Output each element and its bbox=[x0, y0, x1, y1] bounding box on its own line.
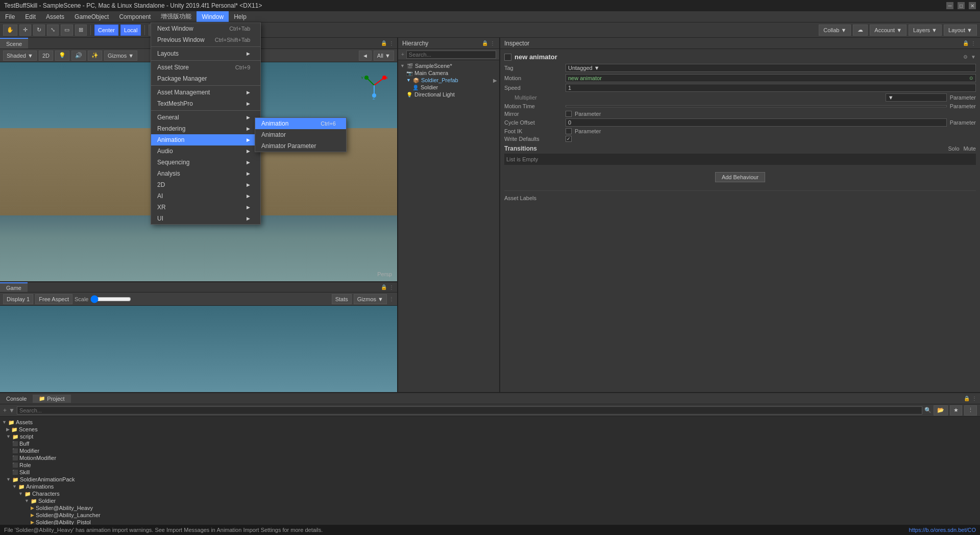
motion-value[interactable]: new animator ⊙ bbox=[566, 74, 976, 82]
scene-effects-button[interactable]: ✨ bbox=[88, 51, 102, 61]
menu-asset-management[interactable]: Asset Management ▶ bbox=[151, 87, 260, 98]
scene-navigate-left[interactable]: ◄ bbox=[359, 51, 372, 61]
scene-lock-icon[interactable]: 🔒 bbox=[381, 40, 387, 46]
maximize-button[interactable]: □ bbox=[958, 2, 965, 9]
add-asset-button[interactable]: + bbox=[3, 407, 7, 414]
mirror-checkbox[interactable] bbox=[566, 111, 572, 117]
inspector-lock-icon[interactable]: 🔒 bbox=[963, 40, 969, 46]
menu-ai[interactable]: AI ▶ bbox=[151, 190, 260, 202]
multiplier-dropdown[interactable]: ▼ bbox=[886, 93, 947, 102]
foot-ik-checkbox[interactable] bbox=[566, 128, 572, 134]
menu-enhanced[interactable]: 增强版功能 bbox=[156, 11, 197, 22]
modifier-script[interactable]: ⬛ Modifier bbox=[0, 447, 980, 454]
hierarchy-scene-root[interactable]: ▼ 🎬 SampleScene* bbox=[398, 62, 499, 69]
close-button[interactable]: ✕ bbox=[969, 2, 976, 9]
game-resize-icon[interactable]: ⋮ bbox=[389, 296, 394, 302]
menu-general[interactable]: General ▶ bbox=[151, 112, 260, 123]
motionmodifier-script[interactable]: ⬛ MotionModifier bbox=[0, 454, 980, 461]
inspector-options-icon[interactable]: ⚙ bbox=[963, 54, 968, 60]
show-in-explorer-button[interactable]: 📂 bbox=[934, 405, 948, 416]
game-tab[interactable]: Game bbox=[0, 282, 28, 292]
stats-button[interactable]: Stats bbox=[332, 294, 352, 304]
minimize-button[interactable]: ─ bbox=[946, 2, 953, 9]
bottom-menu-icon[interactable]: ⋮ bbox=[972, 396, 977, 401]
hierarchy-search-input[interactable] bbox=[406, 51, 496, 59]
layout-button[interactable]: Layout ▼ bbox=[944, 25, 977, 36]
menu-file[interactable]: File bbox=[0, 11, 20, 22]
aspect-dropdown[interactable]: Free Aspect bbox=[35, 294, 72, 304]
write-defaults-checkbox[interactable] bbox=[566, 136, 572, 142]
menu-component[interactable]: Component bbox=[114, 11, 156, 22]
pivot-mode-button[interactable]: Center bbox=[94, 25, 118, 36]
add-asset-dropdown[interactable]: ▼ bbox=[9, 407, 15, 414]
menu-xr[interactable]: XR ▶ bbox=[151, 202, 260, 213]
inspector-menu-icon[interactable]: ⋮ bbox=[971, 40, 976, 46]
collab-button[interactable]: Collab ▼ bbox=[819, 25, 851, 36]
menu-ui[interactable]: UI ▶ bbox=[151, 213, 260, 224]
cloud-button[interactable]: ☁ bbox=[853, 25, 868, 36]
soldieranimationpack-folder[interactable]: ▼ 📁 SoldierAnimationPack bbox=[0, 476, 980, 483]
submenu-animator-parameter[interactable]: Animator Parameter bbox=[255, 140, 346, 152]
menu-gameobject[interactable]: GameObject bbox=[69, 11, 114, 22]
layers-button[interactable]: Layers ▼ bbox=[909, 25, 942, 36]
hierarchy-item-soldier-prefab[interactable]: ▼ 📦 Soldier_Prefab ▶ bbox=[398, 77, 499, 84]
soldier-ability-launcher[interactable]: ▶ Soldier@Ability_Launcher bbox=[0, 512, 980, 519]
shading-dropdown[interactable]: Shaded ▼ bbox=[3, 51, 37, 61]
scene-sound-button[interactable]: 🔊 bbox=[71, 51, 86, 61]
project-tab[interactable]: 📁 Project bbox=[33, 395, 70, 403]
menu-analysis[interactable]: Analysis ▶ bbox=[151, 168, 260, 179]
animations-folder[interactable]: ▼ 📁 Animations bbox=[0, 483, 980, 490]
2d-mode-button[interactable]: 2D bbox=[39, 51, 53, 61]
soldier-anim-folder[interactable]: ▼ 📁 Soldier bbox=[0, 497, 980, 504]
window-controls[interactable]: ─ □ ✕ bbox=[946, 2, 976, 9]
menu-animation[interactable]: Animation ▶ bbox=[151, 134, 260, 145]
motion-target-icon[interactable]: ⊙ bbox=[969, 76, 973, 81]
assets-root[interactable]: ▼ 📁 Assets bbox=[0, 419, 980, 426]
soldier-ability-pistol[interactable]: ▶ Soldier@Ability_Pistol bbox=[0, 519, 980, 525]
menu-asset-store[interactable]: Asset Store Ctrl+9 bbox=[151, 62, 260, 73]
scene-light-button[interactable]: 💡 bbox=[55, 51, 69, 61]
scene-tab[interactable]: Scene bbox=[0, 38, 28, 48]
buff-script[interactable]: ⬛ Buff bbox=[0, 440, 980, 447]
role-script[interactable]: ⬛ Role bbox=[0, 461, 980, 469]
hierarchy-item-main-camera[interactable]: 📷 Main Camera bbox=[398, 69, 499, 77]
speed-input[interactable] bbox=[566, 84, 976, 92]
inspector-expand-icon[interactable]: ▼ bbox=[971, 54, 976, 60]
tool-rotate[interactable]: ↻ bbox=[33, 25, 45, 36]
account-button[interactable]: Account ▼ bbox=[870, 25, 906, 36]
search-icon[interactable]: 🔍 bbox=[924, 407, 932, 414]
tool-multi[interactable]: ⊞ bbox=[75, 25, 87, 36]
tool-rect[interactable]: ▭ bbox=[61, 25, 73, 36]
skill-script[interactable]: ⬛ Skill bbox=[0, 469, 980, 476]
tool-move[interactable]: ✛ bbox=[19, 25, 31, 36]
scene-gizmos-dropdown[interactable]: Gizmos ▼ bbox=[104, 51, 137, 61]
tool-hand[interactable]: ✋ bbox=[3, 25, 17, 36]
submenu-animator[interactable]: Animator bbox=[255, 129, 346, 140]
scene-gizmos-all[interactable]: All ▼ bbox=[374, 51, 394, 61]
pivot-space-button[interactable]: Local bbox=[120, 25, 141, 36]
game-gizmos-dropdown[interactable]: Gizmos ▼ bbox=[354, 294, 387, 304]
scenes-folder[interactable]: ▶ 📁 Scenes bbox=[0, 426, 980, 433]
display-dropdown[interactable]: Display 1 bbox=[3, 294, 33, 304]
characters-folder[interactable]: ▼ 📁 Characters bbox=[0, 490, 980, 497]
component-enable-checkbox[interactable] bbox=[504, 54, 511, 61]
menu-edit[interactable]: Edit bbox=[20, 11, 41, 22]
status-url[interactable]: https://b.o/ores.sdn.bet/CO bbox=[909, 527, 976, 533]
hierarchy-menu-icon[interactable]: ⋮ bbox=[490, 40, 495, 46]
bottom-options-button[interactable]: ⋮ bbox=[964, 405, 977, 416]
script-folder[interactable]: ▼ 📁 script bbox=[0, 433, 980, 440]
game-menu-icon[interactable]: ⋮ bbox=[389, 284, 394, 290]
submenu-animation[interactable]: Animation Ctrl+6 bbox=[255, 118, 346, 129]
tool-scale[interactable]: ⤡ bbox=[47, 25, 59, 36]
menu-2d[interactable]: 2D ▶ bbox=[151, 179, 260, 190]
menu-layouts[interactable]: Layouts ▶ bbox=[151, 48, 260, 59]
menu-textmeshpro[interactable]: TextMeshPro ▶ bbox=[151, 98, 260, 109]
favorite-button[interactable]: ★ bbox=[950, 405, 962, 416]
add-behaviour-button[interactable]: Add Behaviour bbox=[715, 172, 765, 182]
bottom-lock-icon[interactable]: 🔒 bbox=[964, 396, 970, 401]
soldier-ability-heavy[interactable]: ▶ Soldier@Ability_Heavy bbox=[0, 504, 980, 512]
hierarchy-item-directional-light[interactable]: 💡 Directional Light bbox=[398, 91, 499, 98]
menu-sequencing[interactable]: Sequencing ▶ bbox=[151, 157, 260, 168]
menu-window[interactable]: Window bbox=[197, 11, 229, 22]
prefab-arrow-right[interactable]: ▶ bbox=[493, 78, 497, 83]
